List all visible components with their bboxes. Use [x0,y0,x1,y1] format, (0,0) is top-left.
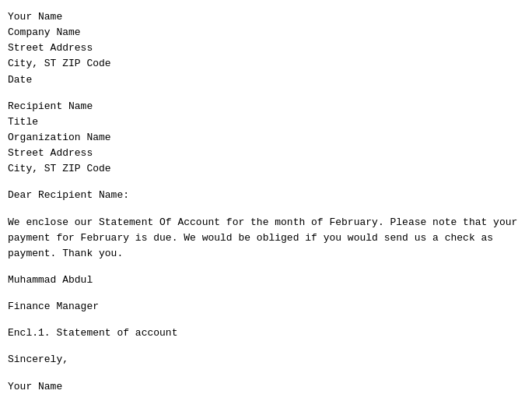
body-paragraph: We enclose our Statement Of Account for … [8,215,524,262]
sender-name: Your Name [8,9,524,25]
signature-title-block: Finance Manager [8,299,524,315]
sender-date: Date [8,72,524,88]
salutation: Dear Recipient Name: [8,188,524,203]
salutation-block: Dear Recipient Name: [8,188,524,203]
signature-name-block: Muhammad Abdul [8,273,524,288]
signature-name: Muhammad Abdul [8,273,524,288]
recipient-street: Street Address [8,146,524,161]
sender-company: Company Name [8,25,524,40]
recipient-title: Title [8,114,524,130]
closing-name: Your Name [8,379,524,395]
recipient-block: Recipient Name Title Organization Name S… [8,99,524,178]
recipient-organization: Organization Name [8,130,524,146]
sender-block: Your Name Company Name Street Address Ci… [8,9,524,88]
signature-title: Finance Manager [8,299,524,315]
closing-name-block: Your Name [8,379,524,395]
closing: Sincerely, [8,352,524,368]
enclosure-block: Encl.1. Statement of account [8,325,524,341]
recipient-name: Recipient Name [8,99,524,114]
closing-block: Sincerely, [8,352,524,368]
sender-street: Street Address [8,40,524,56]
enclosure: Encl.1. Statement of account [8,325,524,341]
recipient-city: City, ST ZIP Code [8,161,524,177]
letter-container: Your Name Company Name Street Address Ci… [6,9,526,395]
sender-city: City, ST ZIP Code [8,56,524,72]
